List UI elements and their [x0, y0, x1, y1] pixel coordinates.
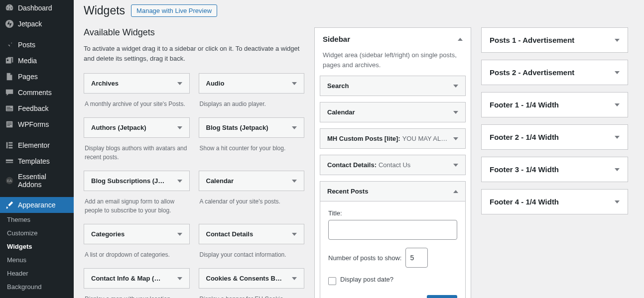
submenu-background[interactable]: Background [0, 280, 74, 294]
sidebar-area-head[interactable]: Sidebar [315, 28, 471, 50]
menu-label: Jetpack [18, 20, 42, 28]
submenu-customize[interactable]: Customize [0, 226, 74, 240]
menu-separator [0, 132, 74, 137]
widget-title: Contact Info & Map (… [91, 275, 160, 282]
recent-posts-panel: Title: Number of posts to show: Display … [320, 201, 466, 298]
title-input[interactable] [328, 220, 457, 240]
widget-title: Contact Details [206, 230, 254, 238]
area-label: Posts 1 - Advertisement [490, 36, 574, 44]
num-posts-input[interactable] [405, 248, 428, 268]
chevron-down-icon [292, 277, 297, 280]
area-posts-1-ad[interactable]: Posts 1 - Advertisement [481, 27, 628, 53]
menu-label: Media [18, 57, 37, 65]
widget-cookies-consents[interactable]: Cookies & Consents B… [199, 268, 305, 289]
svg-rect-7 [8, 147, 12, 149]
widget-title: Cookies & Consents B… [206, 275, 282, 282]
chevron-down-icon [177, 126, 182, 129]
menu-item-elementor[interactable]: Elementor [0, 137, 74, 153]
available-widgets-col: Available Widgets To activate a widget d… [84, 27, 304, 298]
jetpack-icon [5, 19, 14, 28]
comments-icon [5, 88, 14, 97]
menu-item-media[interactable]: Media [0, 53, 74, 69]
submenu-menus[interactable]: Menus [0, 253, 74, 267]
submenu-widgets[interactable]: Widgets [0, 240, 74, 253]
widget-title: Calendar [206, 177, 234, 185]
widget-archives[interactable]: Archives [84, 73, 190, 94]
sidebar-area-col: Sidebar Widget area (sidebar left/right)… [314, 27, 471, 298]
widget-calendar[interactable]: Calendar [199, 171, 305, 191]
menu-label: Essential Addons [18, 173, 69, 189]
submenu-themes[interactable]: Themes [0, 213, 74, 226]
svg-point-0 [5, 20, 13, 28]
area-footer-2[interactable]: Footer 2 - 1/4 Width [481, 124, 628, 150]
widget-authors[interactable]: Authors (Jetpack) [84, 117, 190, 138]
sidebar-widget-calendar[interactable]: Calendar [320, 102, 466, 122]
chevron-down-icon [292, 82, 297, 85]
sidebar-widget-mh-custom-posts[interactable]: MH Custom Posts [lite]: YOU MAY AL… [320, 128, 466, 149]
area-footer-1[interactable]: Footer 1 - 1/4 Width [481, 92, 628, 117]
widget-desc: Display blogs authors with avatars and r… [84, 138, 190, 171]
main-content: Widgets Manage with Live Preview Availab… [74, 0, 644, 298]
widget-desc: A list or dropdown of categories. [84, 244, 190, 268]
widget-title: Blog Subscriptions (J… [91, 177, 164, 185]
available-widgets-heading: Available Widgets [84, 27, 304, 38]
chevron-down-icon [177, 233, 182, 236]
chevron-down-icon [453, 111, 458, 114]
area-posts-2-ad[interactable]: Posts 2 - Advertisement [481, 60, 628, 85]
chevron-down-icon [453, 85, 458, 88]
menu-item-templates[interactable]: Templates [0, 153, 74, 169]
area-title: Sidebar [323, 35, 350, 43]
chevron-down-icon [615, 103, 620, 106]
chevron-down-icon [177, 82, 182, 85]
chevron-down-icon [615, 136, 620, 139]
elementor-icon [5, 141, 14, 150]
right-areas-col: Posts 1 - Advertisement Posts 2 - Advert… [481, 27, 628, 221]
menu-item-wpforms[interactable]: WPForms [0, 116, 74, 132]
saved-button[interactable]: Saved [427, 295, 457, 298]
pin-icon [5, 40, 14, 49]
sidebar-widget-search[interactable]: Search [320, 76, 466, 96]
sidebar-widget-contact-details[interactable]: Contact Details: Contact Us [320, 155, 466, 175]
page-title: Widgets [84, 4, 125, 17]
widget-title: Categories [91, 230, 125, 238]
menu-item-feedback[interactable]: Feedback [0, 100, 74, 116]
sidebar-widget-recent-posts[interactable]: Recent Posts [320, 181, 466, 201]
area-label: Footer 1 - 1/4 Width [490, 100, 559, 109]
display-date-checkbox[interactable] [328, 277, 336, 285]
menu-label: Pages [18, 73, 38, 81]
widget-contact-details[interactable]: Contact Details [199, 224, 305, 244]
sidebar-widget-area: Sidebar Widget area (sidebar left/right)… [314, 27, 471, 298]
menu-label: Feedback [18, 104, 48, 112]
menu-item-essential-addons[interactable]: EA Essential Addons [0, 169, 74, 192]
menu-item-comments[interactable]: Comments [0, 85, 74, 100]
menu-item-jetpack[interactable]: Jetpack [0, 16, 74, 32]
area-footer-4[interactable]: Footer 4 - 1/4 Width [481, 189, 628, 214]
widget-audio[interactable]: Audio [199, 73, 305, 94]
widget-suffix: Contact Us [379, 161, 410, 169]
menu-label: WPForms [18, 120, 49, 128]
menu-item-dashboard[interactable]: Dashboard [0, 0, 74, 16]
appearance-submenu: Themes Customize Widgets Menus Header Ba… [0, 213, 74, 297]
area-footer-3[interactable]: Footer 3 - 1/4 Width [481, 157, 628, 182]
menu-item-appearance[interactable]: Appearance [0, 197, 74, 213]
widget-categories[interactable]: Categories [84, 224, 190, 244]
brush-icon [5, 200, 14, 209]
area-desc: Widget area (sidebar left/right) on sing… [315, 50, 471, 76]
chevron-up-icon [453, 190, 458, 193]
svg-rect-5 [8, 142, 12, 144]
widget-blog-stats[interactable]: Blog Stats (Jetpack) [199, 117, 305, 138]
live-preview-button[interactable]: Manage with Live Preview [131, 4, 217, 17]
menu-item-pages[interactable]: Pages [0, 69, 74, 85]
widget-blog-subscriptions[interactable]: Blog Subscriptions (J… [84, 171, 190, 191]
submenu-header[interactable]: Header [0, 267, 74, 280]
chevron-down-icon [453, 164, 458, 167]
widget-desc: Displays an audio player. [199, 94, 305, 117]
widget-desc: Display a banner for EU Cookie [199, 289, 305, 298]
menu-item-posts[interactable]: Posts [0, 37, 74, 53]
menu-label: Dashboard [18, 4, 52, 12]
menu-label: Elementor [18, 141, 50, 149]
widget-contact-info-map[interactable]: Contact Info & Map (… [84, 268, 190, 289]
media-icon [5, 56, 14, 65]
chevron-down-icon [177, 180, 182, 183]
templates-icon [5, 157, 14, 166]
